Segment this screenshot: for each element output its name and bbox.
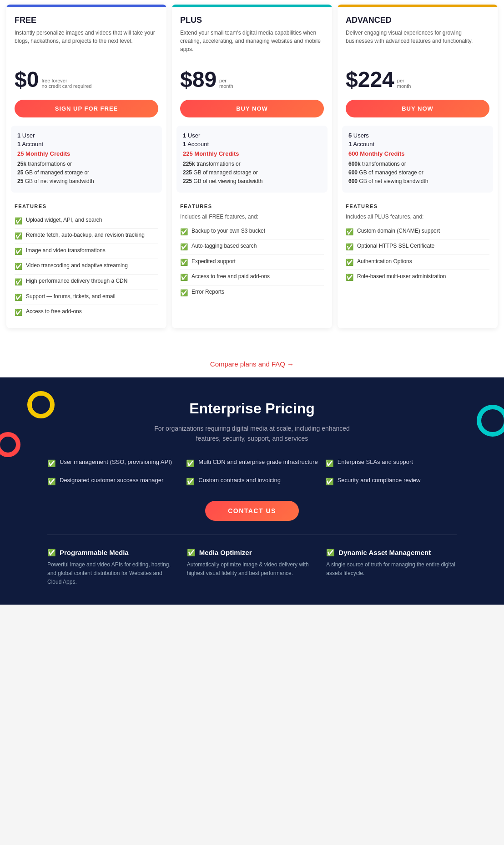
feature-item: ✅ Access to free add-ons [15, 305, 158, 320]
feature-item: ✅ Optional HTTPS SSL Certificate [346, 239, 489, 255]
plan-name: FREE [15, 15, 158, 25]
plan-account: 1 Account [17, 141, 156, 148]
check-icon: ✅ [346, 243, 353, 252]
product-item: ✅ Programmable Media Powerful image and … [47, 549, 178, 587]
plan-header: PLUS Extend your small team's digital me… [172, 7, 332, 61]
enterprise-description: For organizations requiring digital medi… [143, 423, 361, 444]
check-icon: ✅ [180, 273, 188, 282]
plan-credits: 600 Monthly Credits [348, 150, 487, 157]
features-includes: Includes all PLUS features, and: [346, 214, 489, 220]
plan-price: $0 [15, 69, 39, 91]
contact-us-button[interactable]: CONTACT US [205, 501, 299, 521]
plan-price: $224 [346, 69, 394, 91]
contact-button-section: CONTACT US [9, 501, 495, 521]
feature-item: ✅ Error Reports [180, 285, 324, 300]
plan-card-advanced: ADVANCED Deliver engaging visual experie… [338, 5, 498, 328]
plan-name: ADVANCED [346, 15, 489, 25]
check-icon: ✅ [326, 549, 335, 557]
bottom-products-grid: ✅ Programmable Media Powerful image and … [47, 534, 457, 587]
plan-description: Deliver engaging visual experiences for … [346, 29, 489, 56]
product-item: ✅ Dynamic Asset Management A single sour… [326, 549, 457, 587]
features-title: FEATURES [346, 204, 489, 209]
feature-item: ✅ Image and video transformations [15, 244, 158, 260]
plan-credits-description: 25k transformations or 25 GB of managed … [17, 160, 156, 186]
plan-credits-description: 225k transformations or 225 GB of manage… [183, 160, 321, 186]
plan-cta-button[interactable]: SIGN UP FOR FREE [15, 100, 158, 117]
enterprise-feature-item: ✅Multi CDN and enterprise grade infrastr… [186, 458, 318, 469]
check-icon: ✅ [15, 262, 22, 271]
plan-details: 5 Users 1 Account 600 Monthly Credits 60… [342, 126, 493, 193]
plan-cta-button[interactable]: BUY NOW [180, 100, 324, 117]
plan-credits-description: 600k transformations or 600 GB of manage… [348, 160, 487, 186]
plan-description: Extend your small team's digital media c… [180, 29, 324, 56]
feature-item: ✅ Support — forums, tickets, and email [15, 290, 158, 305]
plan-price-section: $224 permonth [338, 61, 498, 98]
plan-cta-button[interactable]: BUY NOW [346, 100, 489, 117]
feature-item: ✅ High performance delivery through a CD… [15, 275, 158, 290]
product-name: Programmable Media [60, 549, 129, 556]
plan-details: 1 User 1 Account 25 Monthly Credits 25k … [11, 126, 162, 193]
plan-users: 1 User [183, 132, 321, 139]
check-icon: ✅ [325, 477, 334, 487]
plan-credits: 25 Monthly Credits [17, 150, 156, 157]
compare-link[interactable]: Compare plans and FAQ → [210, 360, 294, 368]
plan-users: 5 Users [348, 132, 487, 139]
enterprise-feature-item: ✅Designated customer success manager [47, 476, 179, 487]
enterprise-feature-item: ✅Custom contracts and invoicing [186, 476, 318, 487]
check-icon: ✅ [180, 258, 188, 267]
product-description: Automatically optimize image & video del… [187, 560, 318, 578]
check-icon: ✅ [187, 549, 196, 557]
feature-item: ✅ Auto-tagging based search [180, 239, 324, 255]
plan-card-plus: PLUS Extend your small team's digital me… [172, 5, 332, 328]
check-icon: ✅ [47, 458, 56, 469]
plan-details: 1 User 1 Account 225 Monthly Credits 225… [176, 126, 328, 193]
check-icon: ✅ [15, 308, 22, 317]
enterprise-title: Enterprise Pricing [9, 400, 495, 417]
feature-item: ✅ Upload widget, API, and search [15, 214, 158, 229]
feature-item: ✅ Video transcoding and adaptive streami… [15, 259, 158, 275]
check-icon: ✅ [186, 458, 195, 469]
check-icon: ✅ [186, 477, 195, 487]
feature-item: ✅ Expedited support [180, 255, 324, 270]
plan-price-section: $89 permonth [172, 61, 332, 98]
product-item: ✅ Media Optimizer Automatically optimize… [187, 549, 318, 587]
plan-price: $89 [180, 69, 217, 91]
plan-description: Instantly personalize images and videos … [15, 29, 158, 56]
check-icon: ✅ [180, 228, 188, 237]
feature-item: ✅ Backup to your own S3 bucket [180, 224, 324, 240]
deco-red-circle [0, 432, 20, 457]
check-icon: ✅ [15, 247, 22, 256]
plan-features-section: FEATURES Includes all FREE features, and… [172, 197, 332, 328]
compare-link-section: Compare plans and FAQ → [0, 346, 504, 377]
enterprise-section: Enterprise Pricing For organizations req… [0, 377, 504, 605]
feature-item: ✅ Role-based multi-user administration [346, 270, 489, 285]
features-title: FEATURES [15, 204, 158, 209]
check-icon: ✅ [47, 549, 56, 557]
plan-card-free: FREE Instantly personalize images and vi… [6, 5, 166, 328]
check-icon: ✅ [15, 217, 22, 226]
check-icon: ✅ [346, 258, 353, 267]
plans-grid: FREE Instantly personalize images and vi… [6, 0, 498, 328]
feature-item: ✅ Remote fetch, auto-backup, and revisio… [15, 229, 158, 244]
check-icon: ✅ [346, 228, 353, 237]
plan-header: ADVANCED Deliver engaging visual experie… [338, 7, 498, 61]
enterprise-feature-item: ✅User management (SSO, provisioning API) [47, 458, 179, 469]
enterprise-feature-item: ✅Security and compliance review [325, 476, 457, 487]
enterprise-features-grid: ✅User management (SSO, provisioning API)… [47, 458, 457, 487]
product-header: ✅ Dynamic Asset Management [326, 549, 457, 557]
feature-item: ✅ Access to free and paid add-ons [180, 270, 324, 285]
check-icon: ✅ [180, 289, 188, 298]
plan-account: 1 Account [183, 141, 321, 148]
check-icon: ✅ [346, 273, 353, 282]
plan-account: 1 Account [348, 141, 487, 148]
check-icon: ✅ [47, 477, 56, 487]
product-header: ✅ Media Optimizer [187, 549, 318, 557]
plan-header: FREE Instantly personalize images and vi… [6, 7, 166, 61]
feature-item: ✅ Custom domain (CNAME) support [346, 224, 489, 240]
features-title: FEATURES [180, 204, 324, 209]
product-name: Media Optimizer [199, 549, 252, 556]
check-icon: ✅ [15, 278, 22, 287]
check-icon: ✅ [180, 243, 188, 252]
plan-price-section: $0 free foreverno credit card required [6, 61, 166, 98]
plan-features-section: FEATURES Includes all PLUS features, and… [338, 197, 498, 328]
